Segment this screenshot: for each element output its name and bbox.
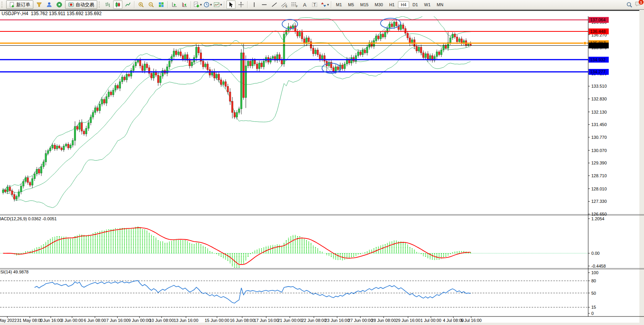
timeframe-h1[interactable]: H1	[386, 1, 397, 8]
candle	[52, 145, 53, 148]
candle	[38, 169, 40, 173]
candle	[144, 64, 145, 71]
hline-handle[interactable]	[584, 42, 586, 45]
fibonacci-icon: F	[291, 2, 298, 8]
candle	[34, 174, 35, 179]
timeframe-d1[interactable]: D1	[410, 1, 421, 8]
metaeditor-button[interactable]	[34, 0, 44, 9]
bar-chart-button[interactable]	[103, 0, 112, 9]
time-axis-label: 7 Jun 16:00	[106, 318, 129, 323]
candle	[238, 109, 240, 112]
price-tick-label: 132.130	[591, 110, 607, 114]
macd-indicator-label: MACD(12,26,9) 0.0362 -0.0051	[0, 216, 57, 221]
fibonacci-tool-button[interactable]: F	[290, 0, 299, 9]
time-axis-label: 13 Jun 16:00	[174, 318, 198, 323]
candle	[11, 191, 13, 195]
vertical-line-tool-button[interactable]	[250, 0, 259, 9]
candle	[256, 64, 258, 69]
horizontal-line-tool-button[interactable]	[260, 0, 269, 9]
price-label-text: 134.932	[590, 57, 606, 62]
bar-chart-icon	[105, 2, 111, 8]
candle	[59, 146, 60, 148]
candle	[312, 48, 314, 54]
candle	[205, 64, 206, 67]
signals-button[interactable]	[55, 0, 64, 9]
candle	[258, 63, 260, 69]
timeframe-m1[interactable]: M1	[333, 1, 344, 8]
price-chart[interactable]: 136.950136.270135.570134.890134.190133.5…	[0, 10, 644, 323]
candle	[252, 60, 253, 66]
candle	[92, 112, 94, 117]
candle	[184, 55, 186, 59]
candlestick-chart-button[interactable]	[113, 0, 122, 9]
timeframe-mn[interactable]: MN	[434, 1, 446, 8]
candle	[355, 55, 357, 61]
time-axis-label: 15 Jun 00:00	[205, 318, 229, 323]
candle	[176, 51, 177, 55]
search-icon[interactable]	[626, 2, 632, 8]
candle	[357, 52, 359, 56]
tile-windows-button[interactable]	[157, 0, 166, 9]
signal-icon	[56, 2, 62, 8]
cursor-tool-button[interactable]	[226, 0, 236, 9]
candle	[351, 57, 352, 63]
candle	[54, 145, 55, 149]
chart-shift-button[interactable]	[180, 0, 189, 9]
toolbar-separator	[224, 1, 225, 8]
arrows-tool-button[interactable]: ▾	[320, 0, 329, 9]
candle	[189, 60, 190, 66]
candle	[245, 66, 246, 98]
text-tool-icon: A	[301, 2, 308, 8]
text-tool-button[interactable]: A	[300, 0, 309, 9]
candle	[160, 76, 161, 83]
timeframe-m30[interactable]: M30	[372, 1, 386, 8]
price-tick-label: 131.450	[591, 122, 607, 127]
timeframe-m15[interactable]: M15	[358, 1, 371, 8]
candle	[229, 92, 231, 101]
timeframe-group: M1M5M15M30H1H4D1W1MN	[333, 1, 446, 8]
candle	[196, 47, 197, 57]
candle	[108, 92, 110, 97]
candle	[272, 57, 274, 59]
time-axis-label: 10 Jun 08:00	[149, 318, 174, 323]
zoom-out-button[interactable]	[146, 0, 156, 9]
time-axis-label: 1 Jun 16:00	[40, 318, 62, 323]
notifications-button[interactable]: 1	[635, 1, 642, 9]
candle	[99, 104, 100, 111]
candle	[106, 97, 107, 103]
candle	[171, 57, 172, 61]
crosshair-tool-button[interactable]	[236, 0, 246, 9]
periods-button[interactable]: ▾	[203, 0, 212, 9]
timeframe-m5[interactable]: M5	[345, 1, 356, 8]
timeframe-w1[interactable]: W1	[422, 1, 434, 8]
candle	[263, 61, 265, 67]
new-order-button[interactable]: 新订单	[6, 0, 33, 9]
candle	[110, 92, 112, 95]
candle	[241, 53, 242, 109]
time-axis-label: 6 Jun 08:00	[84, 318, 106, 323]
candle	[227, 86, 229, 92]
candle	[216, 74, 217, 78]
toolbar-grip[interactable]	[99, 2, 102, 8]
svg-text:F: F	[296, 5, 298, 8]
toolbar-grip[interactable]	[2, 2, 4, 8]
candle	[112, 90, 114, 95]
auto-scroll-button[interactable]	[170, 0, 179, 9]
time-axis-label: 1 Jul 00:00	[420, 318, 441, 323]
market-button[interactable]	[45, 0, 54, 9]
line-chart-button[interactable]	[123, 0, 133, 9]
trendline-tool-button[interactable]	[270, 0, 279, 9]
zoom-in-button[interactable]	[136, 0, 146, 9]
candle	[2, 190, 4, 193]
time-axis-label: 17 Jun 16:00	[254, 318, 279, 323]
timeframe-h4[interactable]: H4	[398, 1, 409, 8]
candle	[322, 55, 323, 59]
auto-trading-button[interactable]: 自动交易	[65, 0, 97, 9]
candle	[405, 29, 406, 33]
indicators-button[interactable]: ▾	[193, 0, 202, 9]
candle	[76, 126, 78, 129]
label-tool-button[interactable]: T	[310, 0, 319, 9]
candle	[335, 67, 336, 71]
channel-tool-button[interactable]: E	[280, 0, 289, 9]
templates-button[interactable]: ▾	[213, 0, 222, 9]
